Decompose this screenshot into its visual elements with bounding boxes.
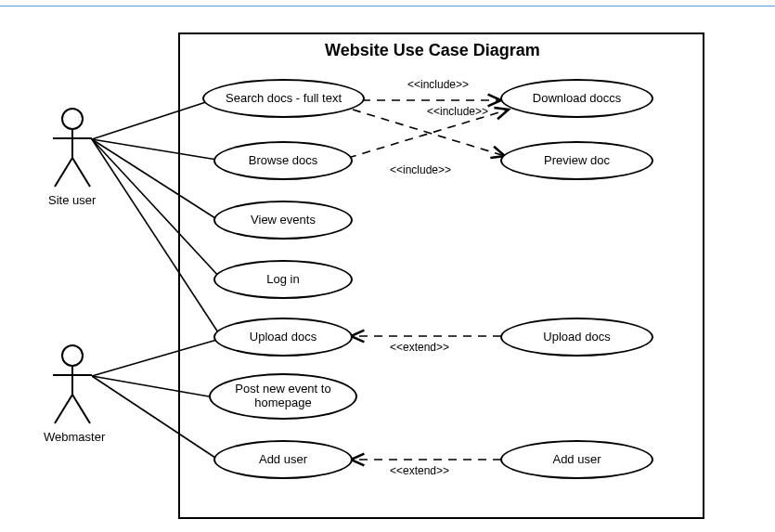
uc-upload-docs-ext: Upload docs [500,318,653,357]
uc-view-events: View events [213,201,353,240]
uc-label: Add user [259,453,307,467]
svg-point-5 [62,345,83,366]
actor-webmaster-label: Webmaster [44,430,105,444]
svg-line-3 [55,158,72,187]
uc-label: Preview doc [544,154,610,168]
label-include-1: <<include>> [407,78,469,91]
uc-upload-docs: Upload docs [213,318,353,357]
uc-label: Add user [552,453,601,467]
uc-preview-doc: Preview doc [500,141,653,180]
uc-label: Log in [266,273,299,287]
actor-webmaster-icon [49,344,96,427]
actor-site-user-icon [49,107,96,190]
uc-label: Upload docs [250,331,316,344]
diagram-title: Website Use Case Diagram [325,41,540,60]
svg-line-9 [72,395,90,423]
uc-log-in: Log in [213,260,353,299]
uc-search-docs: Search docs - full text [202,79,365,118]
svg-line-4 [72,158,90,187]
label-include-2: <<include>> [427,105,488,118]
uc-browse-docs: Browse docs [213,141,353,180]
actor-site-user-label: Site user [48,193,96,207]
label-extend-1: <<extend>> [390,341,449,354]
diagram-stage: Website Use Case Diagram Site user Webma… [0,0,775,532]
uc-download-docs: Download doccs [500,79,653,118]
uc-label: Browse docs [249,154,317,168]
svg-line-8 [55,395,72,423]
label-include-3: <<include>> [390,163,451,176]
uc-label: Upload docs [543,331,610,344]
uc-label: View events [251,214,316,227]
uc-label: Post new event to homepage [216,383,350,410]
uc-label: Search docs - full text [226,92,342,106]
svg-point-0 [62,109,83,129]
uc-label: Download doccs [533,92,621,106]
uc-add-user: Add user [213,440,353,479]
page-top-rule [0,6,775,6]
label-extend-2: <<extend>> [390,464,449,477]
uc-add-user-ext: Add user [500,440,653,479]
uc-post-event: Post new event to homepage [209,373,357,420]
